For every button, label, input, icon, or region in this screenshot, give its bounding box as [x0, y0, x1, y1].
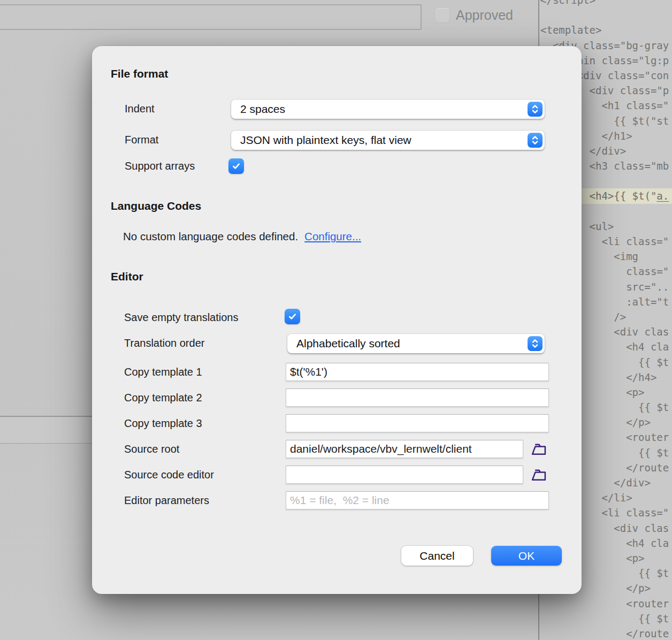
- indent-select[interactable]: 2 spaces: [231, 100, 545, 119]
- format-select-value: JSON with plaintext keys, flat view: [240, 134, 411, 147]
- code-line: </script>: [539, 0, 672, 7]
- translation-key-link[interactable]: a.: [656, 190, 669, 202]
- copy-template-1-input[interactable]: [286, 363, 549, 381]
- language-codes-status: No custom language codes defined.Configu…: [123, 230, 361, 243]
- code-line: <template>: [539, 22, 672, 37]
- approved-checkbox-row: Approved: [434, 7, 513, 23]
- code-line: {{ $t: [539, 611, 672, 626]
- settings-dialog: File format Indent 2 spaces Format JSON …: [92, 46, 582, 594]
- translation-order-select-value: Alphabetically sorted: [296, 337, 400, 350]
- support-arrays-checkbox[interactable]: [228, 158, 244, 174]
- format-select[interactable]: JSON with plaintext keys, flat view: [231, 131, 545, 150]
- code-line: </route: [539, 626, 672, 640]
- save-empty-translations-checkbox[interactable]: [285, 309, 300, 324]
- source-root-label: Source root: [124, 443, 179, 455]
- select-stepper-icon: [528, 133, 543, 148]
- check-icon: [232, 162, 241, 171]
- code-line: <router: [539, 596, 672, 611]
- editor-parameters-input[interactable]: [286, 491, 549, 509]
- source-root-folder-icon[interactable]: [530, 440, 548, 456]
- source-code-editor-label: Source code editor: [124, 469, 214, 481]
- language-codes-status-text: No custom language codes defined.: [123, 230, 298, 242]
- code-line: [539, 7, 672, 22]
- source-code-editor-folder-icon[interactable]: [530, 466, 548, 482]
- source-code-editor-input[interactable]: [286, 466, 523, 484]
- section-title-editor: Editor: [111, 270, 143, 283]
- save-empty-translations-label: Save empty translations: [124, 311, 238, 324]
- source-root-input[interactable]: [286, 440, 523, 458]
- configure-link[interactable]: Configure...: [304, 230, 361, 242]
- translation-order-select[interactable]: Alphabetically sorted: [287, 334, 545, 353]
- background-text-field[interactable]: [0, 4, 422, 30]
- copy-template-1-label: Copy template 1: [124, 366, 202, 378]
- section-title-language-codes: Language Codes: [111, 200, 201, 212]
- select-stepper-icon: [528, 102, 543, 117]
- check-icon: [288, 312, 297, 321]
- approved-checkbox[interactable]: [434, 7, 450, 23]
- translation-order-label: Translation order: [124, 337, 204, 349]
- format-label: Format: [125, 134, 158, 146]
- select-stepper-icon: [528, 336, 543, 351]
- approved-label: Approved: [456, 7, 513, 23]
- cancel-button[interactable]: Cancel: [401, 546, 473, 566]
- copy-template-3-input[interactable]: [286, 414, 549, 432]
- support-arrays-label: Support arrays: [125, 160, 195, 172]
- editor-parameters-label: Editor parameters: [124, 494, 209, 507]
- copy-template-2-label: Copy template 2: [124, 392, 202, 404]
- indent-label: Indent: [125, 103, 155, 115]
- section-title-file-format: File format: [111, 67, 168, 80]
- copy-template-2-input[interactable]: [286, 388, 549, 407]
- ok-button[interactable]: OK: [491, 546, 562, 566]
- copy-template-3-label: Copy template 3: [124, 417, 202, 430]
- indent-select-value: 2 spaces: [240, 103, 285, 116]
